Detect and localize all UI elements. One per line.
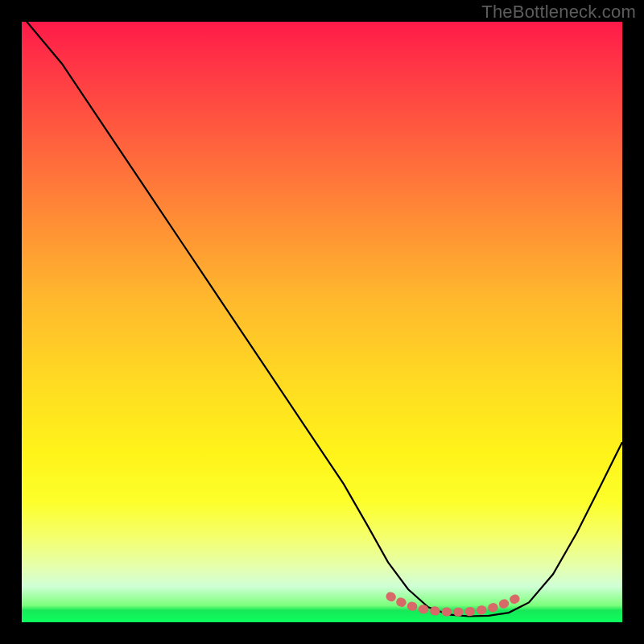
watermark-text: TheBottleneck.com <box>481 2 636 23</box>
plot-area <box>22 22 622 622</box>
chart-stage: TheBottleneck.com <box>0 0 644 644</box>
basin-marker-path <box>390 595 522 612</box>
bottleneck-curve-path <box>22 22 622 617</box>
curve-svg <box>22 22 622 622</box>
